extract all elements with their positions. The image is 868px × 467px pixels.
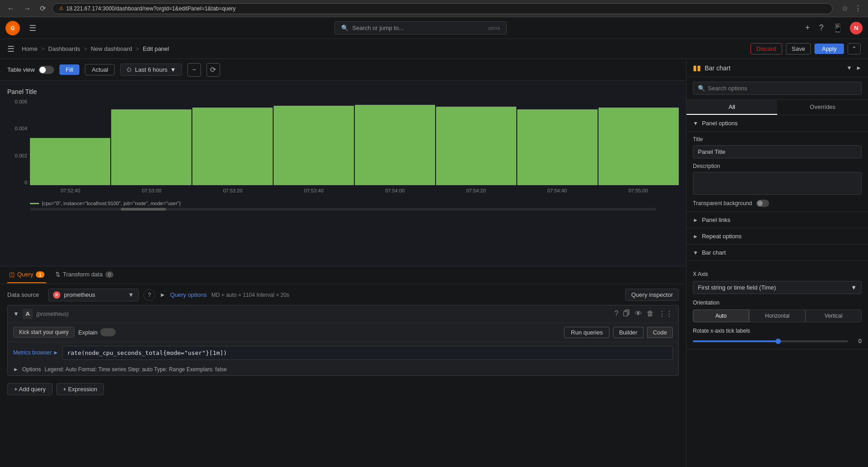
orient-auto-button[interactable]: Auto — [693, 310, 749, 322]
title-input[interactable] — [693, 145, 862, 158]
search-box[interactable]: 🔍 Search or jump to... ctrl+k — [334, 21, 507, 34]
panel-type-chevron[interactable]: ▼ — [846, 64, 852, 71]
kick-start-button[interactable]: Kick start your query — [13, 327, 74, 338]
builder-button[interactable]: Builder — [613, 327, 643, 338]
rotate-slider-track[interactable] — [693, 340, 848, 342]
time-picker[interactable]: ⏲ Last 6 hours ▼ — [120, 64, 181, 76]
plus-button[interactable]: + — [803, 21, 812, 34]
actual-button[interactable]: Actual — [85, 64, 115, 75]
metrics-browser-link[interactable]: Metrics browser ► — [13, 349, 59, 356]
bar-2 — [111, 109, 191, 185]
breadcrumb-new-dashboard[interactable]: New dashboard — [91, 45, 132, 52]
expression-button[interactable]: + Expression — [56, 383, 104, 395]
repeat-options-section[interactable]: ► Repeat options — [687, 228, 868, 245]
breadcrumb-dashboards[interactable]: Dashboards — [48, 45, 80, 52]
collapse-button[interactable]: ⌃ — [848, 43, 861, 54]
search-options-input[interactable]: 🔍 Search options — [693, 82, 862, 95]
sidebar-toggle[interactable]: ☰ — [7, 44, 15, 54]
collapse-query-icon[interactable]: ▼ — [13, 310, 19, 317]
forward-button[interactable]: → — [21, 3, 34, 15]
x-label-2: 07:53:00 — [142, 188, 162, 199]
bar-chart-icon: ▮▮ — [693, 64, 701, 72]
query-code-input[interactable]: rate(node_cpu_seconds_total{mode="user"}… — [62, 346, 673, 360]
trash-icon[interactable]: 🗑 — [647, 310, 654, 318]
lock-icon: ⚠ — [59, 5, 64, 11]
y-label-3: 0.002 — [15, 153, 27, 158]
orient-horizontal-button[interactable]: Horizontal — [749, 310, 805, 322]
panel-type-arrow[interactable]: ► — [856, 64, 862, 71]
url-bar[interactable]: ⚠ 18.221.67.174:3000/dashboard/new?orgId… — [52, 3, 833, 14]
hamburger-menu[interactable]: ☰ — [27, 21, 38, 35]
transparent-toggle-row: Transparent background — [693, 200, 862, 207]
tab-all[interactable]: All — [687, 100, 777, 115]
bar-group-7 — [517, 99, 598, 185]
explain-toggle[interactable] — [100, 328, 116, 336]
datasource-help-button[interactable]: ? — [143, 289, 155, 301]
scrollbar-thumb[interactable] — [121, 208, 166, 211]
title-label: Title — [693, 136, 862, 143]
bar-group-1 — [30, 99, 110, 185]
query-options-link[interactable]: Query options — [170, 291, 207, 298]
code-button[interactable]: Code — [647, 327, 673, 338]
rotate-slider-row: 0 — [693, 338, 862, 344]
run-queries-button[interactable]: Run queries — [564, 327, 609, 338]
apply-button[interactable]: Apply — [814, 44, 844, 54]
scrollbar[interactable] — [30, 208, 656, 211]
help-icon[interactable]: ? — [614, 310, 618, 318]
options-expand-icon[interactable]: ► — [13, 366, 19, 373]
eye-icon[interactable]: 👁 — [635, 310, 642, 318]
datasource-row: Data source P prometheus ▼ ? ► Query opt… — [7, 289, 679, 301]
refresh-button[interactable]: ⟳ — [206, 63, 220, 77]
rotate-slider-thumb[interactable] — [775, 339, 781, 344]
bar-group-2 — [111, 99, 191, 185]
panel-options-content: Title Description Transparent background — [687, 132, 868, 212]
bar-group-8 — [598, 99, 679, 185]
save-button[interactable]: Save — [786, 43, 811, 54]
x-axis-select[interactable]: First string or time field (Time) ▼ — [693, 281, 862, 294]
y-axis: 0.006 0.004 0.002 0 — [7, 99, 30, 185]
grafana-logo[interactable]: G — [5, 21, 20, 35]
help-button[interactable]: ? — [817, 21, 825, 34]
tab-overrides[interactable]: Overrides — [777, 100, 868, 115]
legend-text: {cpu="0", instance="localhost:9100", job… — [42, 201, 181, 206]
transparent-label: Transparent background — [693, 200, 752, 206]
drag-icon[interactable]: ⋮⋮ — [658, 310, 673, 318]
panel-options-header[interactable]: ▼ Panel options — [687, 115, 868, 132]
prometheus-icon: P — [53, 291, 60, 299]
query-editor: ▼ A (prometheus) ? 🗍 👁 🗑 ⋮⋮ Kick start y… — [7, 305, 679, 376]
query-inspector-button[interactable]: Query inspector — [625, 289, 679, 301]
expand-arrow[interactable]: ► — [160, 291, 166, 298]
breadcrumb-home[interactable]: Home — [22, 45, 38, 52]
datasource-select[interactable]: P prometheus ▼ — [48, 289, 139, 301]
tab-query[interactable]: ◫ Query 1 — [7, 266, 46, 283]
transparent-toggle[interactable] — [756, 200, 769, 207]
discard-button[interactable]: Discard — [750, 43, 782, 54]
options-content: ▼ Panel options Title Description Transp… — [687, 115, 868, 467]
panel-links-section[interactable]: ► Panel links — [687, 212, 868, 228]
orient-vertical-button[interactable]: Vertical — [805, 310, 862, 322]
panel-options-title: Panel options — [702, 120, 738, 127]
fill-button[interactable]: Fill — [59, 64, 80, 75]
avatar[interactable]: N — [850, 22, 863, 34]
zoom-out-button[interactable]: − — [187, 63, 201, 77]
query-datasource-hint: (prometheus) — [36, 311, 69, 317]
query-icon: ◫ — [9, 271, 15, 278]
copy-icon[interactable]: 🗍 — [623, 310, 630, 318]
url-text: 18.221.67.174:3000/dashboard/new?orgId=1… — [66, 5, 235, 12]
more-button[interactable]: ⋮ — [853, 2, 863, 15]
x-label-6: 07:54:20 — [466, 188, 486, 199]
breadcrumb-sep1: > — [41, 45, 45, 52]
description-input[interactable] — [693, 172, 862, 195]
x-label-8: 07:55:00 — [628, 188, 648, 199]
bar-chart-section-header[interactable]: ▼ Bar chart — [687, 245, 868, 261]
query-buttons-row: Kick start your query Explain Run querie… — [8, 323, 678, 342]
table-view-switch[interactable] — [39, 66, 54, 74]
reload-button[interactable]: ⟳ — [37, 2, 49, 15]
back-button[interactable]: ← — [5, 3, 17, 15]
bar-chart-chevron: ▼ — [693, 250, 698, 256]
add-query-button[interactable]: + Add query — [7, 383, 53, 395]
star-button[interactable]: ☆ — [840, 2, 850, 15]
tab-transform[interactable]: ⇅ Transform data 0 — [54, 266, 116, 283]
right-panel-header: ▮▮ Bar chart ▼ ► — [687, 59, 868, 77]
news-button[interactable]: 📱 — [831, 21, 844, 35]
